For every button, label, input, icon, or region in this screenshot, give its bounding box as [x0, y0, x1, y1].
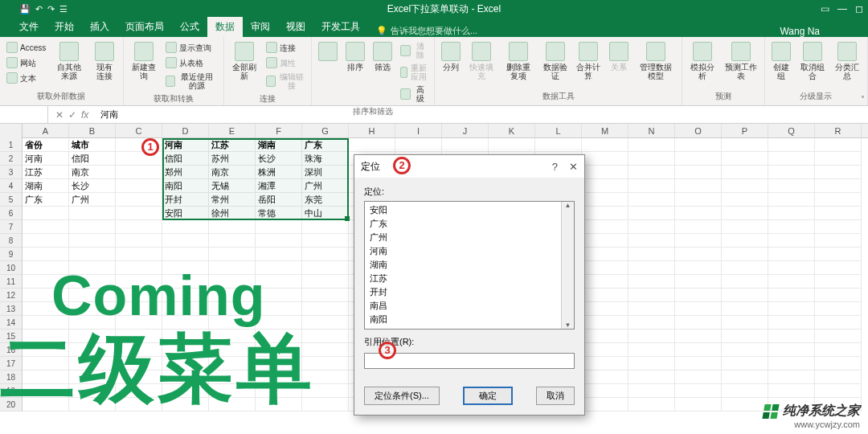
list-item[interactable]: 湖南 [365, 258, 574, 272]
col-header[interactable]: O [675, 124, 722, 137]
cell[interactable] [768, 152, 815, 166]
row-header[interactable]: 15 [0, 330, 23, 343]
cell[interactable]: 南京 [209, 166, 256, 179]
cell[interactable] [256, 330, 302, 343]
cell[interactable] [628, 289, 675, 302]
cell[interactable]: 广州 [69, 193, 116, 207]
row-header[interactable]: 4 [0, 179, 23, 193]
list-item[interactable]: 安阳 [365, 203, 574, 217]
cell[interactable] [256, 343, 302, 357]
cell[interactable] [256, 261, 302, 275]
cell[interactable] [162, 384, 209, 398]
cell[interactable] [628, 316, 675, 330]
btn-other-source[interactable]: 自其他来源 [52, 40, 85, 82]
cell[interactable] [23, 207, 69, 220]
cell[interactable] [116, 330, 162, 343]
cell[interactable] [628, 384, 675, 398]
cell[interactable] [162, 371, 209, 384]
cell[interactable] [675, 357, 722, 371]
cell[interactable] [628, 166, 675, 179]
cell[interactable] [582, 166, 628, 179]
btn-web[interactable]: 网站 [5, 55, 47, 70]
col-header[interactable]: D [162, 124, 209, 137]
cell[interactable] [722, 166, 768, 179]
cell[interactable]: 南阳 [162, 179, 209, 193]
cell[interactable] [675, 179, 722, 193]
cell[interactable] [302, 384, 349, 398]
btn-refresh-all[interactable]: 全部刷新 [229, 40, 260, 82]
cell[interactable] [815, 384, 862, 398]
cell[interactable] [815, 261, 862, 275]
cell[interactable] [302, 289, 349, 302]
cell[interactable] [722, 330, 768, 343]
cell[interactable] [162, 330, 209, 343]
col-header[interactable]: K [489, 124, 535, 137]
cell[interactable]: 广州 [302, 179, 349, 193]
cell[interactable] [675, 193, 722, 207]
row-header[interactable]: 9 [0, 248, 23, 261]
cell[interactable] [628, 179, 675, 193]
cell[interactable] [302, 330, 349, 343]
cell[interactable] [628, 357, 675, 371]
qat-undo-icon[interactable]: ↶ [35, 4, 43, 14]
cell[interactable] [628, 302, 675, 316]
col-header[interactable]: E [209, 124, 256, 137]
cell[interactable] [722, 343, 768, 357]
cell[interactable] [722, 207, 768, 220]
col-header[interactable]: P [722, 124, 768, 137]
cell[interactable] [815, 371, 862, 384]
cell[interactable] [116, 316, 162, 330]
cell[interactable]: 湖南 [23, 179, 69, 193]
cell[interactable] [23, 330, 69, 343]
cell[interactable] [582, 384, 628, 398]
cell[interactable]: 株洲 [256, 166, 302, 179]
col-header[interactable]: R [815, 124, 862, 137]
row-header[interactable]: 11 [0, 275, 23, 289]
cell[interactable] [256, 289, 302, 302]
cell[interactable] [815, 343, 862, 357]
cell[interactable] [302, 302, 349, 316]
cell[interactable] [23, 398, 69, 411]
cell[interactable] [675, 138, 722, 152]
cell[interactable] [209, 330, 256, 343]
cell[interactable] [675, 302, 722, 316]
cell[interactable] [628, 138, 675, 152]
cell[interactable] [722, 234, 768, 248]
cell[interactable] [162, 234, 209, 248]
cell[interactable] [256, 371, 302, 384]
cell[interactable] [209, 302, 256, 316]
cell[interactable] [582, 371, 628, 384]
cell[interactable] [768, 234, 815, 248]
tab-view[interactable]: 视图 [278, 17, 313, 37]
row-header[interactable]: 2 [0, 152, 23, 166]
cell[interactable] [582, 220, 628, 234]
cell[interactable] [722, 384, 768, 398]
cell[interactable] [768, 207, 815, 220]
reference-input[interactable] [364, 353, 575, 369]
cell[interactable] [628, 343, 675, 357]
tell-me[interactable]: 💡告诉我您想要做什么... [368, 25, 477, 37]
cell[interactable] [23, 220, 69, 234]
cell[interactable] [116, 166, 162, 179]
cell[interactable] [209, 220, 256, 234]
cell[interactable] [675, 316, 722, 330]
list-item[interactable]: 广州 [365, 231, 574, 244]
row-header[interactable]: 14 [0, 316, 23, 330]
tab-review[interactable]: 审阅 [243, 17, 278, 37]
cell[interactable] [256, 302, 302, 316]
cell[interactable] [302, 371, 349, 384]
btn-connections[interactable]: 连接 [264, 40, 306, 55]
cell[interactable] [768, 248, 815, 261]
cell[interactable] [675, 248, 722, 261]
cell[interactable] [768, 289, 815, 302]
cancel-icon[interactable]: ✕ [55, 109, 63, 121]
cell[interactable] [256, 384, 302, 398]
cell[interactable] [489, 138, 535, 152]
cell[interactable]: 无锡 [209, 179, 256, 193]
tab-formula[interactable]: 公式 [172, 17, 207, 37]
cell[interactable] [582, 179, 628, 193]
cell[interactable] [722, 193, 768, 207]
cell[interactable] [69, 302, 116, 316]
cell[interactable] [628, 234, 675, 248]
cell[interactable] [349, 138, 395, 152]
